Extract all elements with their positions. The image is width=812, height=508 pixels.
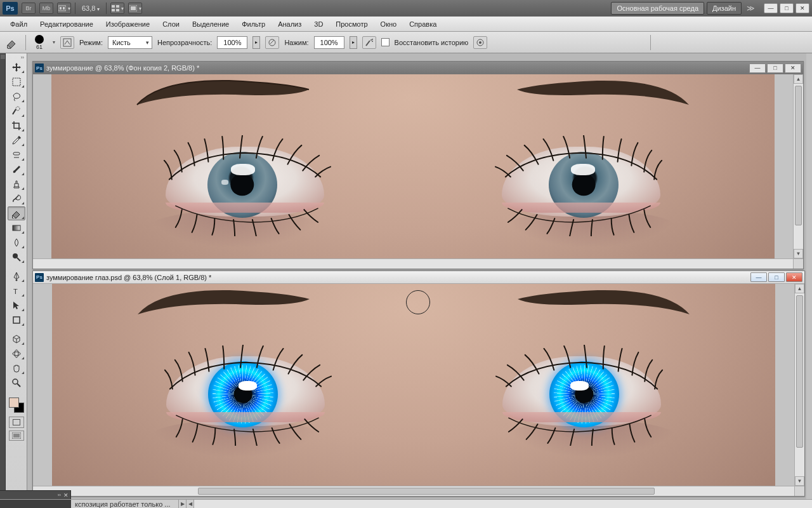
scroll-down-arrow-icon[interactable]: ▼ bbox=[794, 249, 803, 258]
scrollbar-thumb[interactable] bbox=[796, 295, 803, 448]
scroll-down-arrow-icon[interactable]: ▼ bbox=[795, 476, 804, 486]
workspace-more-button[interactable]: ≫ bbox=[744, 4, 757, 13]
document-2-titlebar[interactable]: Ps зуммирование глаз.psd @ 63,8% (Слой 1… bbox=[33, 271, 804, 284]
workspace-essentials-button[interactable]: Основная рабочая среда bbox=[611, 2, 704, 15]
3d-object-tool[interactable] bbox=[8, 332, 25, 346]
zoom-level-dropdown[interactable]: 63,8 bbox=[79, 4, 102, 12]
minibridge-button[interactable]: Mb bbox=[39, 3, 53, 14]
erase-to-history-checkbox[interactable] bbox=[381, 38, 390, 46]
eraser-tool[interactable] bbox=[8, 206, 25, 220]
document-2-horizontal-scrollbar[interactable] bbox=[33, 486, 794, 496]
flow-slider-button[interactable]: ▸ bbox=[350, 36, 357, 49]
move-tool[interactable] bbox=[8, 60, 25, 74]
app-minimize-button[interactable]: — bbox=[764, 3, 778, 13]
quick-selection-tool[interactable] bbox=[8, 104, 25, 118]
svg-point-17 bbox=[479, 41, 481, 44]
document-2-maximize-button[interactable]: □ bbox=[768, 272, 785, 282]
color-swatches[interactable] bbox=[8, 396, 25, 414]
application-bar: Ps Br Mb 63,8 Основная рабочая среда Диз… bbox=[0, 0, 812, 17]
eyedropper-tool[interactable] bbox=[8, 133, 25, 147]
svg-point-12 bbox=[269, 39, 275, 46]
blur-tool[interactable] bbox=[8, 236, 25, 250]
app-maximize-button[interactable]: □ bbox=[780, 3, 794, 13]
chevron-down-icon[interactable]: ▾ bbox=[53, 39, 55, 45]
tablet-pressure-size-toggle[interactable] bbox=[473, 36, 487, 49]
scroll-left-arrow-icon[interactable]: ◀ bbox=[187, 500, 194, 508]
opacity-pressure-toggle[interactable] bbox=[265, 36, 279, 49]
document-1-canvas[interactable] bbox=[51, 74, 775, 258]
scroll-up-arrow-icon[interactable]: ▲ bbox=[795, 284, 804, 293]
document-1-close-button[interactable]: ✕ bbox=[785, 64, 801, 73]
clone-stamp-tool[interactable] bbox=[8, 177, 25, 191]
menu-filter[interactable]: Фильтр bbox=[235, 18, 272, 30]
screen-icon bbox=[129, 5, 137, 11]
3d-camera-tool[interactable] bbox=[8, 347, 25, 361]
dodge-tool[interactable] bbox=[8, 250, 25, 264]
opacity-input[interactable]: 100% bbox=[217, 36, 247, 49]
brush-preset-picker[interactable]: 61 bbox=[31, 35, 48, 50]
flow-input[interactable]: 100% bbox=[314, 36, 344, 49]
document-1-viewport[interactable] bbox=[33, 74, 793, 258]
tools-panel-header[interactable]: ›› bbox=[7, 55, 25, 60]
menu-view[interactable]: Просмотр bbox=[329, 18, 374, 30]
zoom-tool[interactable] bbox=[8, 376, 25, 390]
document-2-minimize-button[interactable]: — bbox=[750, 272, 767, 282]
scroll-up-arrow-icon[interactable]: ▲ bbox=[794, 74, 803, 84]
airbrush-toggle[interactable] bbox=[362, 36, 376, 49]
menu-file[interactable]: Файл bbox=[4, 18, 34, 30]
current-tool-icon[interactable] bbox=[4, 36, 20, 50]
screen-mode-button[interactable] bbox=[9, 431, 24, 441]
workspace-design-button[interactable]: Дизайн bbox=[707, 2, 742, 15]
document-2-canvas[interactable] bbox=[52, 284, 775, 486]
opacity-value: 100% bbox=[223, 39, 241, 46]
history-brush-tool[interactable] bbox=[8, 192, 25, 206]
arrange-documents-dropdown[interactable] bbox=[110, 3, 124, 14]
foreground-color-swatch[interactable] bbox=[9, 398, 19, 408]
status-menu-arrow-icon[interactable]: ▶ bbox=[179, 500, 187, 508]
menu-layer[interactable]: Слои bbox=[156, 18, 186, 30]
lasso-tool[interactable] bbox=[8, 90, 25, 104]
marquee-tool[interactable] bbox=[8, 75, 25, 89]
blend-mode-select[interactable]: Кисть bbox=[108, 36, 152, 49]
document-1-minimize-button[interactable]: — bbox=[749, 64, 766, 73]
crop-tool[interactable] bbox=[8, 119, 25, 133]
menu-3d[interactable]: 3D bbox=[308, 18, 329, 30]
bridge-button[interactable]: Br bbox=[22, 3, 36, 14]
document-2-vertical-scrollbar[interactable]: ▲ ▼ bbox=[794, 284, 804, 486]
menu-window[interactable]: Окно bbox=[374, 18, 403, 30]
pen-tool[interactable] bbox=[8, 269, 25, 283]
app-close-button[interactable]: ✕ bbox=[796, 3, 809, 13]
type-tool[interactable]: T bbox=[8, 284, 25, 298]
brush-panel-toggle[interactable] bbox=[60, 36, 74, 49]
hand-tool[interactable] bbox=[8, 361, 25, 375]
scrollbar-thumb[interactable] bbox=[198, 488, 655, 495]
double-arrow-icon: ›› bbox=[58, 492, 61, 498]
minimized-panel-tab[interactable]: ›› ✕ bbox=[0, 490, 71, 499]
opacity-slider-button[interactable]: ▸ bbox=[252, 36, 260, 49]
screen-mode-dropdown[interactable] bbox=[128, 3, 142, 14]
path-selection-tool[interactable] bbox=[8, 298, 25, 312]
close-icon[interactable]: ✕ bbox=[63, 492, 69, 498]
healing-brush-tool[interactable] bbox=[8, 148, 25, 162]
view-extras-dropdown[interactable] bbox=[57, 3, 71, 14]
document-1-titlebar[interactable]: Ps зуммирование @ 63,8% (Фон копия 2, RG… bbox=[33, 62, 803, 74]
collapsed-panel-strip[interactable] bbox=[0, 53, 6, 499]
document-2-close-button[interactable]: ✕ bbox=[786, 272, 802, 282]
menu-help[interactable]: Справка bbox=[403, 18, 443, 30]
status-horizontal-scrollbar[interactable] bbox=[194, 500, 812, 508]
collapsed-right-gutter bbox=[806, 53, 812, 499]
menu-select[interactable]: Выделение bbox=[186, 18, 235, 30]
menu-edit[interactable]: Редактирование bbox=[34, 18, 100, 30]
document-1-vertical-scrollbar[interactable]: ▲ ▼ bbox=[793, 74, 803, 258]
brush-tool[interactable] bbox=[8, 163, 25, 177]
document-1-horizontal-scrollbar[interactable] bbox=[33, 258, 793, 269]
gradient-tool[interactable] bbox=[8, 221, 25, 235]
shape-tool[interactable] bbox=[8, 313, 25, 327]
menu-analysis[interactable]: Анализ bbox=[272, 18, 308, 30]
document-2-viewport[interactable] bbox=[33, 284, 794, 486]
document-window-2: Ps зуммирование глаз.psd @ 63,8% (Слой 1… bbox=[32, 271, 805, 497]
document-1-maximize-button[interactable]: □ bbox=[767, 64, 783, 73]
quick-mask-toggle[interactable] bbox=[9, 417, 24, 428]
scrollbar-thumb[interactable] bbox=[795, 86, 802, 225]
menu-image[interactable]: Изображение bbox=[100, 18, 156, 30]
